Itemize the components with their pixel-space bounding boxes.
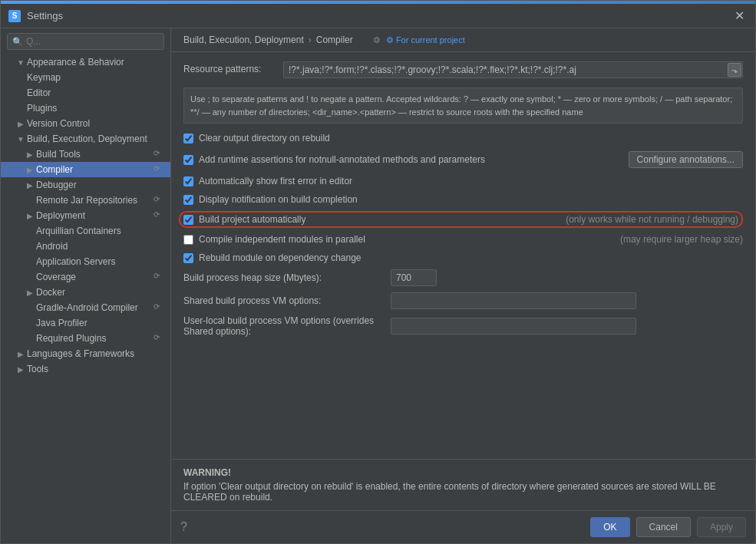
clear-output-checkbox[interactable] xyxy=(183,134,193,143)
arrow-icon xyxy=(25,257,35,266)
breadcrumb-arrow: › xyxy=(309,35,312,45)
sidebar-item-label: Java Profiler xyxy=(36,318,164,328)
expand-icon[interactable]: ⬎ xyxy=(728,63,741,77)
user-local-vm-input[interactable] xyxy=(391,318,636,335)
warning-text: If option 'Clear output directory on reb… xyxy=(183,481,743,503)
notification-build-checkbox[interactable] xyxy=(183,195,193,205)
titlebar: S Settings ✕ xyxy=(1,4,755,28)
sidebar-item-build-execution-deployment[interactable]: ▼ Build, Execution, Deployment xyxy=(1,131,170,147)
sidebar-item-tools[interactable]: ▶ Tools xyxy=(1,361,170,377)
checkbox-show-first-error: Automatically show first error in editor xyxy=(183,174,743,188)
sidebar-item-debugger[interactable]: ▶ Debugger xyxy=(1,177,170,193)
cancel-button[interactable]: Cancel xyxy=(636,517,691,537)
add-assertions-label: Add runtime assertions for notnull-annot… xyxy=(199,154,619,165)
main-panel: Build, Execution, Deployment › Compiler … xyxy=(171,28,755,543)
show-first-error-checkbox[interactable] xyxy=(183,176,193,186)
sidebar-item-label: Debugger xyxy=(36,180,164,190)
warning-title: WARNING! xyxy=(183,467,743,478)
sidebar-item-label: Plugins xyxy=(27,103,164,114)
arrow-icon: ▶ xyxy=(25,165,35,174)
arrow-icon: ▶ xyxy=(16,364,25,374)
sidebar-item-remote-jar-repositories[interactable]: Remote Jar Repositories ⟳ xyxy=(1,193,170,208)
arrow-icon xyxy=(25,334,35,343)
sidebar-item-label: Build Tools xyxy=(36,149,152,160)
sidebar-item-arquillian-containers[interactable]: Arquillian Containers xyxy=(1,223,170,239)
sidebar-item-docker[interactable]: ▶ Docker xyxy=(1,285,170,300)
configure-annotations-button[interactable]: Configure annotations... xyxy=(629,151,743,168)
arrow-icon xyxy=(25,272,35,282)
sync-icon: ⟳ xyxy=(154,333,164,344)
warning-box: WARNING! If option 'Clear output directo… xyxy=(171,459,755,510)
sidebar-item-android[interactable]: Android xyxy=(1,239,170,254)
sidebar-item-coverage[interactable]: Coverage ⟳ xyxy=(1,269,170,285)
help-button[interactable]: ? xyxy=(180,520,187,534)
user-local-vm-row: User-local build process VM options (ove… xyxy=(183,315,743,337)
window-title: Settings xyxy=(27,10,731,21)
arrow-icon xyxy=(16,88,25,97)
settings-area: Resource patterns: ⬎ Use ; to separate p… xyxy=(171,52,755,459)
ok-button[interactable]: OK xyxy=(590,517,629,537)
for-project-label: ⚙ ⚙ For current project xyxy=(373,35,465,45)
build-automatically-label: Build project automatically xyxy=(199,214,550,225)
resource-patterns-row: Resource patterns: ⬎ xyxy=(183,61,743,78)
user-local-vm-label: User-local build process VM options (ove… xyxy=(183,315,391,337)
sidebar-item-label: Tools xyxy=(27,364,164,374)
resource-patterns-label: Resource patterns: xyxy=(183,61,283,74)
settings-window: S Settings ✕ 🔍 ▼ Appearance & Behavior xyxy=(0,0,756,544)
resource-patterns-input[interactable] xyxy=(283,61,743,78)
compile-parallel-hint: (may require larger heap size) xyxy=(620,234,743,245)
sidebar-item-editor[interactable]: Editor xyxy=(1,85,170,101)
sidebar-item-compiler[interactable]: ▶ Compiler ⟳ xyxy=(1,162,170,177)
sync-icon: ⟳ xyxy=(154,272,164,282)
sidebar-item-application-servers[interactable]: Application Servers xyxy=(1,254,170,269)
compile-parallel-checkbox[interactable] xyxy=(183,235,193,245)
checkbox-compile-parallel: Compile independent modules in parallel … xyxy=(183,232,743,246)
sync-icon: ⟳ xyxy=(154,149,164,160)
arrow-icon: ▼ xyxy=(16,58,25,67)
sidebar-item-label: Build, Execution, Deployment xyxy=(27,134,164,144)
search-input[interactable] xyxy=(26,36,159,47)
arrow-icon xyxy=(16,73,25,82)
search-icon: 🔍 xyxy=(12,37,23,47)
arrow-icon xyxy=(25,303,35,312)
close-button[interactable]: ✕ xyxy=(731,8,748,23)
arrow-icon xyxy=(25,318,35,328)
sidebar-item-gradle-android-compiler[interactable]: Gradle-Android Compiler ⟳ xyxy=(1,300,170,315)
rebuild-dependency-checkbox[interactable] xyxy=(183,253,193,263)
sidebar-item-plugins[interactable]: Plugins xyxy=(1,101,170,116)
apply-button[interactable]: Apply xyxy=(697,517,746,537)
help-text: Use ; to separate patterns and ! to nega… xyxy=(183,87,743,124)
shared-vm-input[interactable] xyxy=(391,292,636,309)
arrow-icon xyxy=(25,242,35,251)
build-automatically-hint: (only works while not running / debuggin… xyxy=(566,214,738,225)
clear-output-label: Clear output directory on rebuild xyxy=(199,133,743,143)
sidebar-item-label: Languages & Frameworks xyxy=(27,348,164,359)
search-box[interactable]: 🔍 xyxy=(7,33,164,50)
checkbox-add-assertions: Add runtime assertions for notnull-annot… xyxy=(183,150,743,170)
arrow-icon xyxy=(16,104,25,113)
heap-size-label: Build process heap size (Mbytes): xyxy=(183,272,391,283)
sidebar-item-java-profiler[interactable]: Java Profiler xyxy=(1,315,170,331)
sidebar-item-label: Compiler xyxy=(36,164,152,175)
app-icon: S xyxy=(8,10,21,22)
show-first-error-label: Automatically show first error in editor xyxy=(199,176,743,186)
add-assertions-checkbox[interactable] xyxy=(183,155,193,165)
sidebar-item-label: Gradle-Android Compiler xyxy=(36,302,152,313)
heap-size-row: Build process heap size (Mbytes): xyxy=(183,269,743,286)
heap-size-input[interactable] xyxy=(391,269,437,286)
sidebar-item-keymap[interactable]: Keymap xyxy=(1,70,170,85)
arrow-icon: ▶ xyxy=(16,349,25,358)
sidebar-item-label: Appearance & Behavior xyxy=(27,57,164,68)
sidebar-item-label: Coverage xyxy=(36,272,152,282)
sidebar-item-build-tools[interactable]: ▶ Build Tools ⟳ xyxy=(1,147,170,162)
checkbox-notification-build: Display notification on build completion xyxy=(183,193,743,206)
compile-parallel-label: Compile independent modules in parallel xyxy=(199,234,605,245)
sidebar-item-required-plugins[interactable]: Required Plugins ⟳ xyxy=(1,331,170,346)
sidebar-item-languages-frameworks[interactable]: ▶ Languages & Frameworks xyxy=(1,346,170,361)
sidebar-item-appearance-behavior[interactable]: ▼ Appearance & Behavior xyxy=(1,54,170,70)
sidebar-item-label: Deployment xyxy=(36,210,152,221)
sidebar-item-version-control[interactable]: ▶ Version Control xyxy=(1,116,170,131)
build-automatically-checkbox[interactable] xyxy=(183,215,193,225)
checkbox-clear-output: Clear output directory on rebuild xyxy=(183,131,743,145)
sidebar-item-deployment[interactable]: ▶ Deployment ⟳ xyxy=(1,208,170,223)
